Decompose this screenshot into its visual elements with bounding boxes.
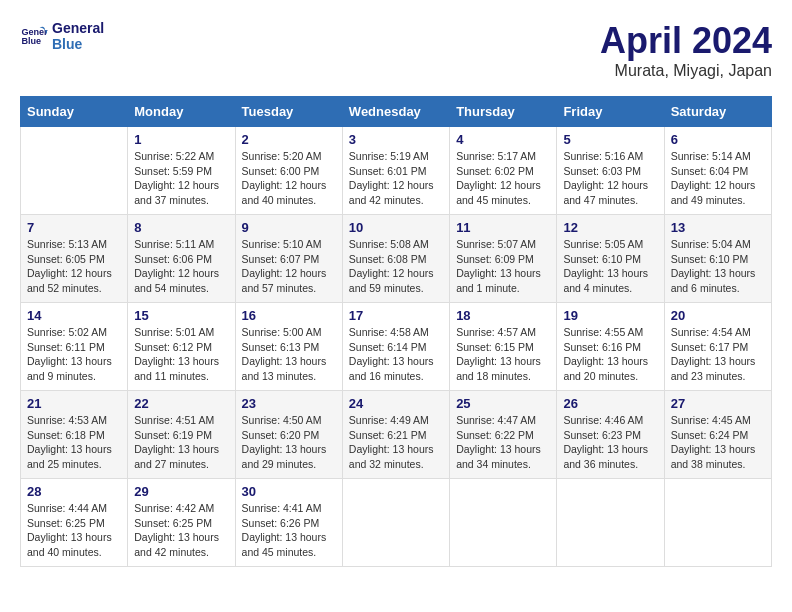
day-info: Sunrise: 5:01 AM Sunset: 6:12 PM Dayligh…	[134, 325, 228, 384]
header-day-saturday: Saturday	[664, 97, 771, 127]
week-row-3: 14Sunrise: 5:02 AM Sunset: 6:11 PM Dayli…	[21, 303, 772, 391]
day-info: Sunrise: 5:16 AM Sunset: 6:03 PM Dayligh…	[563, 149, 657, 208]
day-info: Sunrise: 4:42 AM Sunset: 6:25 PM Dayligh…	[134, 501, 228, 560]
day-number: 13	[671, 220, 765, 235]
day-number: 21	[27, 396, 121, 411]
day-number: 30	[242, 484, 336, 499]
header-day-wednesday: Wednesday	[342, 97, 449, 127]
day-number: 20	[671, 308, 765, 323]
header-row: SundayMondayTuesdayWednesdayThursdayFrid…	[21, 97, 772, 127]
day-number: 28	[27, 484, 121, 499]
day-number: 27	[671, 396, 765, 411]
day-number: 9	[242, 220, 336, 235]
title-section: April 2024 Murata, Miyagi, Japan	[600, 20, 772, 80]
day-info: Sunrise: 4:55 AM Sunset: 6:16 PM Dayligh…	[563, 325, 657, 384]
day-number: 6	[671, 132, 765, 147]
day-info: Sunrise: 5:00 AM Sunset: 6:13 PM Dayligh…	[242, 325, 336, 384]
calendar-cell: 29Sunrise: 4:42 AM Sunset: 6:25 PM Dayli…	[128, 479, 235, 567]
calendar-cell: 30Sunrise: 4:41 AM Sunset: 6:26 PM Dayli…	[235, 479, 342, 567]
calendar-cell: 28Sunrise: 4:44 AM Sunset: 6:25 PM Dayli…	[21, 479, 128, 567]
day-info: Sunrise: 4:50 AM Sunset: 6:20 PM Dayligh…	[242, 413, 336, 472]
day-info: Sunrise: 5:20 AM Sunset: 6:00 PM Dayligh…	[242, 149, 336, 208]
day-info: Sunrise: 4:44 AM Sunset: 6:25 PM Dayligh…	[27, 501, 121, 560]
day-number: 10	[349, 220, 443, 235]
day-info: Sunrise: 5:04 AM Sunset: 6:10 PM Dayligh…	[671, 237, 765, 296]
day-number: 8	[134, 220, 228, 235]
calendar-cell: 5Sunrise: 5:16 AM Sunset: 6:03 PM Daylig…	[557, 127, 664, 215]
header-day-friday: Friday	[557, 97, 664, 127]
week-row-5: 28Sunrise: 4:44 AM Sunset: 6:25 PM Dayli…	[21, 479, 772, 567]
calendar-cell	[450, 479, 557, 567]
day-number: 19	[563, 308, 657, 323]
day-number: 15	[134, 308, 228, 323]
calendar-cell	[664, 479, 771, 567]
calendar-cell: 26Sunrise: 4:46 AM Sunset: 6:23 PM Dayli…	[557, 391, 664, 479]
calendar-cell: 3Sunrise: 5:19 AM Sunset: 6:01 PM Daylig…	[342, 127, 449, 215]
header-day-tuesday: Tuesday	[235, 97, 342, 127]
calendar-cell: 8Sunrise: 5:11 AM Sunset: 6:06 PM Daylig…	[128, 215, 235, 303]
calendar-cell: 23Sunrise: 4:50 AM Sunset: 6:20 PM Dayli…	[235, 391, 342, 479]
day-number: 3	[349, 132, 443, 147]
calendar-cell: 16Sunrise: 5:00 AM Sunset: 6:13 PM Dayli…	[235, 303, 342, 391]
day-number: 25	[456, 396, 550, 411]
day-number: 5	[563, 132, 657, 147]
svg-text:Blue: Blue	[21, 36, 41, 46]
calendar-cell: 7Sunrise: 5:13 AM Sunset: 6:05 PM Daylig…	[21, 215, 128, 303]
day-number: 24	[349, 396, 443, 411]
logo-text: General Blue	[52, 20, 104, 52]
day-info: Sunrise: 4:57 AM Sunset: 6:15 PM Dayligh…	[456, 325, 550, 384]
day-info: Sunrise: 4:49 AM Sunset: 6:21 PM Dayligh…	[349, 413, 443, 472]
calendar-cell: 18Sunrise: 4:57 AM Sunset: 6:15 PM Dayli…	[450, 303, 557, 391]
calendar-cell	[342, 479, 449, 567]
day-info: Sunrise: 5:22 AM Sunset: 5:59 PM Dayligh…	[134, 149, 228, 208]
day-number: 23	[242, 396, 336, 411]
month-title: April 2024	[600, 20, 772, 62]
header-day-sunday: Sunday	[21, 97, 128, 127]
day-number: 29	[134, 484, 228, 499]
day-info: Sunrise: 5:10 AM Sunset: 6:07 PM Dayligh…	[242, 237, 336, 296]
day-number: 16	[242, 308, 336, 323]
calendar-cell: 21Sunrise: 4:53 AM Sunset: 6:18 PM Dayli…	[21, 391, 128, 479]
day-number: 22	[134, 396, 228, 411]
calendar-cell: 19Sunrise: 4:55 AM Sunset: 6:16 PM Dayli…	[557, 303, 664, 391]
day-info: Sunrise: 5:07 AM Sunset: 6:09 PM Dayligh…	[456, 237, 550, 296]
calendar-cell	[557, 479, 664, 567]
calendar-cell: 6Sunrise: 5:14 AM Sunset: 6:04 PM Daylig…	[664, 127, 771, 215]
header-day-thursday: Thursday	[450, 97, 557, 127]
header: General Blue General Blue April 2024 Mur…	[20, 20, 772, 80]
day-info: Sunrise: 5:05 AM Sunset: 6:10 PM Dayligh…	[563, 237, 657, 296]
week-row-1: 1Sunrise: 5:22 AM Sunset: 5:59 PM Daylig…	[21, 127, 772, 215]
day-info: Sunrise: 5:11 AM Sunset: 6:06 PM Dayligh…	[134, 237, 228, 296]
calendar-cell: 24Sunrise: 4:49 AM Sunset: 6:21 PM Dayli…	[342, 391, 449, 479]
day-info: Sunrise: 4:54 AM Sunset: 6:17 PM Dayligh…	[671, 325, 765, 384]
day-number: 4	[456, 132, 550, 147]
header-day-monday: Monday	[128, 97, 235, 127]
day-number: 7	[27, 220, 121, 235]
day-number: 1	[134, 132, 228, 147]
calendar-cell: 14Sunrise: 5:02 AM Sunset: 6:11 PM Dayli…	[21, 303, 128, 391]
calendar-cell: 20Sunrise: 4:54 AM Sunset: 6:17 PM Dayli…	[664, 303, 771, 391]
day-info: Sunrise: 5:14 AM Sunset: 6:04 PM Dayligh…	[671, 149, 765, 208]
calendar-cell: 25Sunrise: 4:47 AM Sunset: 6:22 PM Dayli…	[450, 391, 557, 479]
day-info: Sunrise: 4:58 AM Sunset: 6:14 PM Dayligh…	[349, 325, 443, 384]
week-row-2: 7Sunrise: 5:13 AM Sunset: 6:05 PM Daylig…	[21, 215, 772, 303]
day-info: Sunrise: 4:46 AM Sunset: 6:23 PM Dayligh…	[563, 413, 657, 472]
week-row-4: 21Sunrise: 4:53 AM Sunset: 6:18 PM Dayli…	[21, 391, 772, 479]
calendar-cell: 27Sunrise: 4:45 AM Sunset: 6:24 PM Dayli…	[664, 391, 771, 479]
day-number: 12	[563, 220, 657, 235]
calendar-cell: 11Sunrise: 5:07 AM Sunset: 6:09 PM Dayli…	[450, 215, 557, 303]
day-info: Sunrise: 4:51 AM Sunset: 6:19 PM Dayligh…	[134, 413, 228, 472]
day-info: Sunrise: 5:08 AM Sunset: 6:08 PM Dayligh…	[349, 237, 443, 296]
logo: General Blue General Blue	[20, 20, 104, 52]
day-number: 2	[242, 132, 336, 147]
day-info: Sunrise: 5:13 AM Sunset: 6:05 PM Dayligh…	[27, 237, 121, 296]
calendar-cell: 4Sunrise: 5:17 AM Sunset: 6:02 PM Daylig…	[450, 127, 557, 215]
calendar-cell: 15Sunrise: 5:01 AM Sunset: 6:12 PM Dayli…	[128, 303, 235, 391]
calendar-cell: 22Sunrise: 4:51 AM Sunset: 6:19 PM Dayli…	[128, 391, 235, 479]
day-number: 17	[349, 308, 443, 323]
day-info: Sunrise: 5:19 AM Sunset: 6:01 PM Dayligh…	[349, 149, 443, 208]
calendar-cell: 2Sunrise: 5:20 AM Sunset: 6:00 PM Daylig…	[235, 127, 342, 215]
day-info: Sunrise: 4:53 AM Sunset: 6:18 PM Dayligh…	[27, 413, 121, 472]
page-container: General Blue General Blue April 2024 Mur…	[20, 20, 772, 567]
day-info: Sunrise: 5:17 AM Sunset: 6:02 PM Dayligh…	[456, 149, 550, 208]
